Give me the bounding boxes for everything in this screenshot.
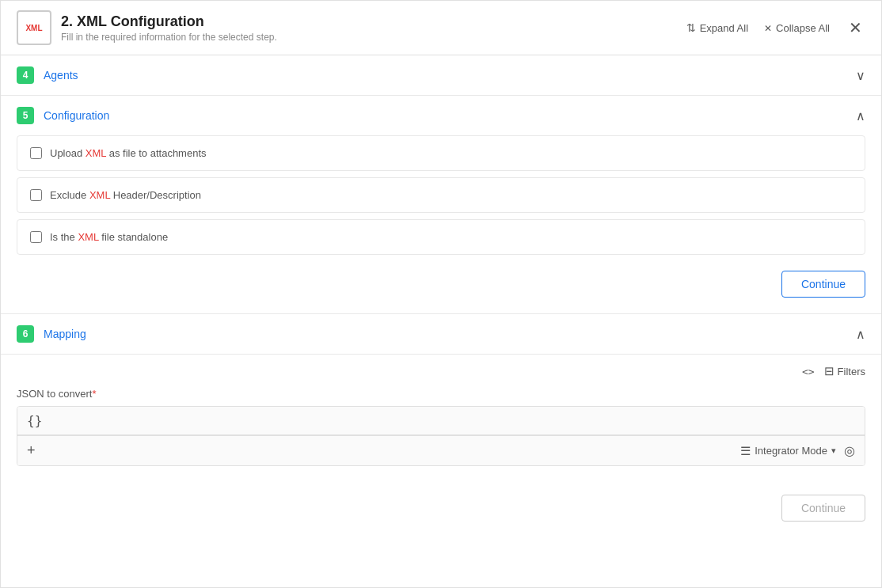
eye-icon: ◎	[844, 444, 855, 457]
mapping-badge: 6	[17, 325, 34, 343]
expand-all-label: Expand All	[700, 22, 748, 34]
agents-label: Agents	[44, 69, 856, 82]
standalone-xml-row: Is the XML file standalone	[17, 219, 865, 255]
exclude-xml-label: Exclude XML Header/Description	[50, 189, 201, 201]
add-item-button[interactable]: +	[27, 442, 36, 459]
upload-xml-label: Upload XML as file to attachments	[50, 147, 207, 159]
required-asterisk: *	[92, 388, 96, 400]
exclude-xml-checkbox[interactable]	[30, 189, 42, 201]
integrator-mode-button[interactable]: ☰ Integrator Mode ▾	[740, 444, 836, 458]
mapping-chevron-icon	[856, 327, 865, 342]
mapping-label: Mapping	[44, 328, 856, 340]
agents-chevron-icon	[856, 68, 865, 83]
integrator-mode-icon: ☰	[740, 444, 751, 458]
agents-section-row[interactable]: 4 Agents	[1, 55, 881, 96]
header-actions: Expand All Collapse All ✕	[686, 15, 865, 40]
mapping-section: 6 Mapping <> ⊟ Filters JSON to convert* …	[1, 314, 881, 482]
collapse-all-button[interactable]: Collapse All	[764, 22, 830, 34]
standalone-xml-checkbox[interactable]	[30, 231, 42, 243]
xml-icon: XML	[17, 10, 51, 45]
integrator-mode-chevron: ▾	[831, 446, 836, 456]
json-field-label: JSON to convert*	[17, 388, 865, 400]
configuration-body: Upload XML as file to attachments Exclud…	[1, 135, 881, 313]
code-view-icon: <>	[802, 366, 815, 377]
code-view-button[interactable]: <>	[802, 366, 815, 377]
mapping-toolbar: <> ⊟ Filters	[17, 355, 865, 388]
preview-button[interactable]: ◎	[844, 443, 855, 458]
configuration-label: Configuration	[44, 109, 856, 122]
configuration-continue-row: Continue	[17, 261, 865, 298]
mapping-header[interactable]: 6 Mapping	[1, 314, 881, 355]
page-container: XML 2. XML Configuration Fill in the req…	[0, 0, 882, 588]
bottom-continue-row: Continue	[1, 482, 881, 534]
exclude-xml-row: Exclude XML Header/Description	[17, 177, 865, 213]
json-input-area: {} + ☰ Integrator Mode ▾ ◎	[17, 406, 865, 466]
json-input-header: {}	[17, 407, 865, 435]
upload-xml-row: Upload XML as file to attachments	[17, 135, 865, 171]
filters-icon: ⊟	[824, 364, 834, 378]
expand-all-icon	[686, 21, 696, 34]
close-button[interactable]: ✕	[846, 15, 865, 40]
upload-xml-checkbox[interactable]	[30, 147, 42, 159]
integrator-mode-label: Integrator Mode	[755, 445, 827, 457]
configuration-continue-button[interactable]: Continue	[781, 271, 865, 298]
page-title: 2. XML Configuration	[61, 13, 686, 30]
mapping-body: <> ⊟ Filters JSON to convert* {} +	[1, 355, 881, 482]
configuration-chevron-icon	[856, 108, 865, 123]
agents-badge: 4	[17, 66, 34, 84]
filters-button[interactable]: ⊟ Filters	[824, 364, 865, 378]
page-subtitle: Fill in the required information for the…	[61, 32, 686, 43]
mapping-continue-button[interactable]: Continue	[781, 495, 865, 522]
footer-right: ☰ Integrator Mode ▾ ◎	[740, 443, 855, 458]
filters-label: Filters	[838, 366, 865, 377]
configuration-section: 5 Configuration Upload XML as file to at…	[1, 96, 881, 314]
configuration-badge: 5	[17, 107, 34, 124]
header-text: 2. XML Configuration Fill in the require…	[61, 13, 686, 43]
json-input-footer: + ☰ Integrator Mode ▾ ◎	[17, 435, 865, 465]
header: XML 2. XML Configuration Fill in the req…	[1, 1, 881, 55]
standalone-xml-label: Is the XML file standalone	[50, 231, 168, 243]
expand-all-button[interactable]: Expand All	[686, 21, 748, 34]
json-brace-icon: {}	[27, 413, 42, 428]
configuration-header[interactable]: 5 Configuration	[1, 96, 881, 135]
collapse-all-label: Collapse All	[776, 22, 830, 34]
collapse-all-icon	[764, 22, 772, 34]
